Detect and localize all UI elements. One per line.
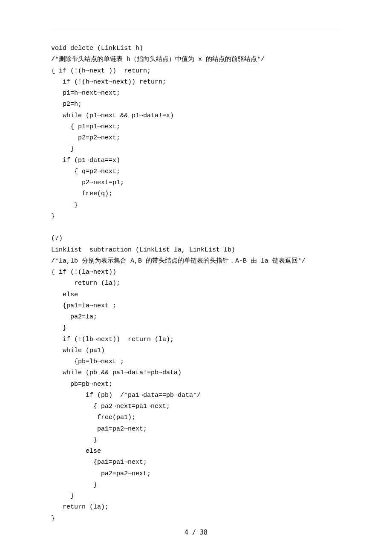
code-listing: void delete (LinkList h) /*删除带头结点的单链表 h（… xyxy=(51,43,341,524)
page-number: 4 / 38 xyxy=(0,527,392,538)
top-divider xyxy=(51,30,341,30)
page: void delete (LinkList h) /*删除带头结点的单链表 h（… xyxy=(0,0,392,555)
